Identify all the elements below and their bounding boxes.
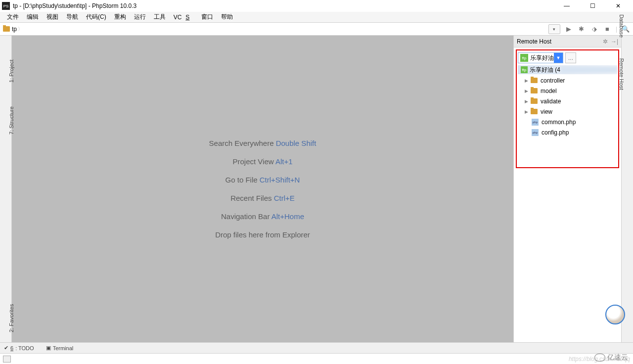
right-sidebar: Database Remote Host <box>621 36 633 342</box>
chevron-down-icon: ▼ <box>554 53 563 63</box>
status-indicator[interactable] <box>3 356 11 363</box>
tree-folder-model[interactable]: ▶model <box>518 86 617 96</box>
remote-host-body: ftp 乐享好油 ▼ … ftp 乐享好油 (4 ▶controller ▶mo… <box>514 47 621 342</box>
server-browse-button[interactable]: … <box>565 52 576 63</box>
remote-host-title: Remote Host <box>517 38 551 45</box>
highlight-box: ftp 乐享好油 ▼ … ftp 乐享好油 (4 ▶controller ▶mo… <box>516 49 619 168</box>
remote-root-label: 乐享好油 (4 <box>530 66 560 74</box>
left-sidebar: 1: Project 7: Structure 2: Favorites <box>0 36 12 342</box>
tab-database[interactable]: Database <box>619 14 625 38</box>
menu-window[interactable]: 窗口 <box>197 12 217 22</box>
gear-icon[interactable]: ✲ <box>603 38 608 45</box>
tab-database-label: Database <box>619 14 625 38</box>
folder-icon <box>531 109 538 114</box>
remote-host-header: Remote Host ✲ →| <box>514 36 621 47</box>
php-file-icon: php <box>532 119 539 126</box>
menu-refactor[interactable]: 重构 <box>110 12 130 22</box>
editor-empty[interactable]: Search Everywhere Double Shift Project V… <box>12 36 513 342</box>
status-bar: https://blog.csdn.net/qq <box>0 353 633 364</box>
ftp-icon: ftp <box>520 54 528 62</box>
menu-bar: 文件 编辑 视图 导航 代码(C) 重构 运行 工具 VCS 窗口 帮助 <box>0 12 633 23</box>
hint-drop: Drop files here from Explorer <box>215 230 310 239</box>
hint-recent: Recent Files Ctrl+E <box>230 194 295 202</box>
remote-host-panel: Remote Host ✲ →| ftp 乐享好油 ▼ … ftp 乐享好油 <box>513 36 621 342</box>
menu-tools[interactable]: 工具 <box>150 12 170 22</box>
folder-icon <box>531 98 538 104</box>
toolbar-right: ▾ ▶ ✱ ⬗ ■ | 🔍 <box>548 24 630 34</box>
folder-icon <box>531 78 538 83</box>
expand-icon: ▶ <box>525 99 530 104</box>
hide-icon[interactable]: →| <box>611 38 618 45</box>
server-dropdown[interactable]: ftp 乐享好油 ▼ <box>518 52 563 63</box>
tree-file-common[interactable]: phpcommon.php <box>518 117 617 127</box>
tab-favorites[interactable]: 2: Favorites <box>8 304 14 332</box>
expand-icon: ▶ <box>525 89 530 93</box>
tab-structure[interactable]: 7: Structure <box>8 106 14 135</box>
folder-icon <box>3 26 10 32</box>
tree-folder-controller[interactable]: ▶controller <box>518 75 617 86</box>
tab-project[interactable]: 1: Project <box>8 60 14 83</box>
close-button[interactable]: ✕ <box>611 1 625 11</box>
tab-structure-label: 7: Structure <box>8 106 14 135</box>
server-name: 乐享好油 <box>530 54 554 62</box>
menu-file[interactable]: 文件 <box>3 12 23 22</box>
nav-bar: tp ▾ ▶ ✱ ⬗ ■ | 🔍 <box>0 23 633 36</box>
tree-folder-validate[interactable]: ▶validate <box>518 96 617 106</box>
tab-remote-label: Remote Host <box>619 58 625 90</box>
debug-icon[interactable]: ✱ <box>577 25 586 34</box>
window-controls: — ☐ ✕ <box>560 1 631 11</box>
minimize-button[interactable]: — <box>560 1 574 11</box>
tab-project-label: 1: Project <box>8 60 14 83</box>
bottom-bar: ✔ 6: TODO ▣ Terminal <box>0 342 633 353</box>
ftp-icon: ftp <box>521 66 528 73</box>
stop-icon[interactable]: ■ <box>603 25 612 34</box>
remote-tree: ▶controller ▶model ▶validate ▶view phpco… <box>518 75 617 137</box>
cloud-icon <box>594 354 605 362</box>
avatar <box>605 305 625 324</box>
title-bar: PS tp - [D:\phpStudy\student\tp] - PhpSt… <box>0 0 633 12</box>
brand-watermark: 亿速云 <box>594 353 628 362</box>
hint-navbar: Navigation Bar Alt+Home <box>221 212 304 221</box>
expand-icon: ▶ <box>525 78 530 83</box>
folder-icon <box>531 88 538 93</box>
menu-code[interactable]: 代码(C) <box>82 12 110 22</box>
hint-search: Search Everywhere Double Shift <box>209 139 316 147</box>
menu-help[interactable]: 帮助 <box>217 12 237 22</box>
menu-navigate[interactable]: 导航 <box>62 12 82 22</box>
menu-vcs[interactable]: VCS <box>170 13 198 22</box>
tree-file-config[interactable]: phpconfig.php <box>518 127 617 137</box>
tab-remote-host[interactable]: Remote Host <box>619 58 625 90</box>
menu-view[interactable]: 视图 <box>43 12 62 22</box>
hint-project: Project View Alt+1 <box>232 157 292 166</box>
run-icon[interactable]: ▶ <box>564 25 573 34</box>
main-area: 1: Project 7: Structure 2: Favorites Sea… <box>0 36 633 342</box>
breadcrumb-root[interactable]: tp <box>12 26 22 33</box>
brand-text: 亿速云 <box>607 353 628 362</box>
tree-folder-view[interactable]: ▶view <box>518 106 617 117</box>
tab-todo[interactable]: ✔ 6: TODO <box>4 345 34 351</box>
app-icon: PS <box>2 2 10 10</box>
expand-icon: ▶ <box>525 109 530 114</box>
run-config-dropdown[interactable]: ▾ <box>548 24 560 34</box>
window-title: tp - [D:\phpStudy\student\tp] - PhpStorm… <box>13 2 136 9</box>
php-file-icon: php <box>532 129 539 136</box>
hint-goto: Go to File Ctrl+Shift+N <box>226 176 300 184</box>
tab-favorites-label: 2: Favorites <box>8 304 14 332</box>
coverage-icon[interactable]: ⬗ <box>590 25 599 34</box>
tab-terminal[interactable]: ▣ Terminal <box>46 345 74 351</box>
maximize-button[interactable]: ☐ <box>586 1 599 11</box>
remote-root[interactable]: ftp 乐享好油 (4 <box>518 65 617 74</box>
menu-run[interactable]: 运行 <box>130 12 150 22</box>
menu-edit[interactable]: 编辑 <box>23 12 43 22</box>
